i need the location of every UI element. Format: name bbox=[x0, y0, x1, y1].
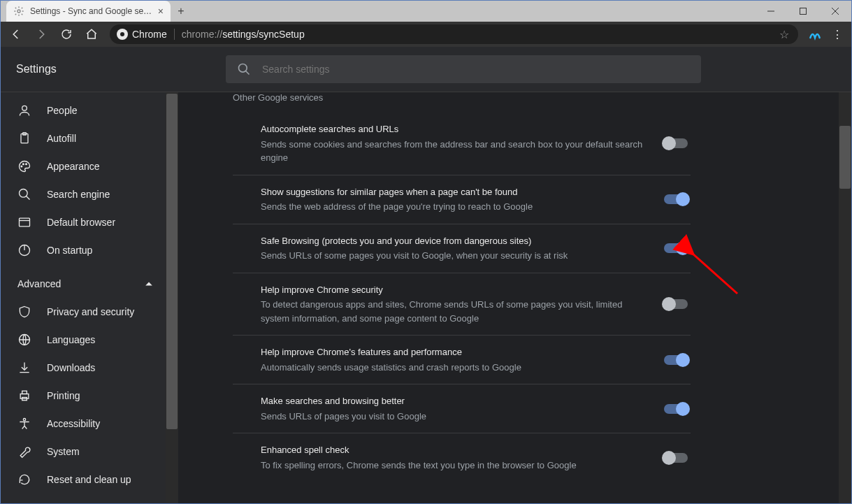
svg-point-0 bbox=[17, 10, 20, 13]
toggle-spell-check[interactable] bbox=[664, 453, 688, 463]
extension-icon[interactable] bbox=[805, 24, 825, 44]
svg-point-26 bbox=[23, 419, 25, 421]
toggle-make-searches-better[interactable] bbox=[664, 404, 688, 414]
power-icon bbox=[17, 243, 31, 257]
sidebar-item-appearance[interactable]: Appearance bbox=[1, 152, 166, 180]
settings-sidebar: People Autofill Appearance Search engine… bbox=[1, 92, 166, 503]
setting-row-spell-check: Enhanced spell check To fix spelling err… bbox=[233, 433, 691, 482]
url-text: chrome://settings/syncSetup bbox=[175, 29, 777, 40]
sidebar-section-advanced[interactable]: Advanced bbox=[1, 270, 166, 298]
row-title: Safe Browsing (protects you and your dev… bbox=[261, 234, 650, 248]
maximize-button[interactable] bbox=[787, 1, 819, 22]
sidebar-item-search-engine[interactable]: Search engine bbox=[1, 180, 166, 208]
toggle-improve-security[interactable] bbox=[664, 299, 688, 309]
sidebar-item-accessibility[interactable]: Accessibility bbox=[1, 410, 166, 438]
minimize-button[interactable] bbox=[755, 1, 787, 22]
close-icon[interactable]: × bbox=[158, 6, 164, 17]
section-title: Other Google services bbox=[233, 92, 691, 110]
chip-label: Chrome bbox=[132, 29, 167, 40]
svg-rect-24 bbox=[22, 391, 27, 394]
svg-point-5 bbox=[239, 64, 247, 73]
settings-main: Other Google services Autocomplete searc… bbox=[233, 92, 691, 482]
sidebar-item-label: System bbox=[47, 446, 80, 457]
setting-row-make-searches-better: Make searches and browsing better Sends … bbox=[233, 384, 691, 433]
sidebar-item-downloads[interactable]: Downloads bbox=[1, 354, 166, 382]
setting-row-safe-browsing: Safe Browsing (protects you and your dev… bbox=[233, 224, 691, 273]
reload-button[interactable] bbox=[55, 23, 78, 45]
annotation-arrow bbox=[681, 245, 744, 303]
sidebar-item-reset[interactable]: Reset and clean up bbox=[1, 466, 166, 494]
tab-title: Settings - Sync and Google servic bbox=[30, 6, 154, 16]
sidebar-item-label: Reset and clean up bbox=[47, 474, 131, 485]
sidebar-item-label: Downloads bbox=[47, 362, 95, 373]
palette-icon bbox=[17, 159, 31, 173]
search-icon bbox=[17, 187, 31, 201]
window-titlebar: Settings - Sync and Google servic × + bbox=[1, 1, 851, 22]
row-title: Help improve Chrome's features and perfo… bbox=[261, 345, 650, 359]
setting-row-improve-security: Help improve Chrome security To detect d… bbox=[233, 273, 691, 336]
svg-point-7 bbox=[22, 106, 27, 110]
sidebar-item-label: Default browser bbox=[47, 217, 115, 228]
svg-line-6 bbox=[246, 71, 250, 75]
restore-icon bbox=[17, 473, 31, 487]
row-subtitle: Sends some cookies and searches from the… bbox=[261, 138, 650, 165]
sidebar-item-languages[interactable]: Languages bbox=[1, 326, 166, 354]
chevron-up-icon bbox=[145, 280, 153, 288]
scrollbar-thumb[interactable] bbox=[839, 126, 851, 189]
row-subtitle: Automatically sends usage statistics and… bbox=[261, 361, 650, 375]
accessibility-icon bbox=[17, 417, 31, 431]
row-title: Show suggestions for similar pages when … bbox=[261, 185, 650, 199]
row-title: Enhanced spell check bbox=[261, 443, 650, 457]
browser-menu-button[interactable]: ⋮ bbox=[828, 24, 847, 44]
new-tab-button[interactable]: + bbox=[171, 1, 192, 22]
setting-row-suggestions: Show suggestions for similar pages when … bbox=[233, 175, 691, 224]
person-icon bbox=[17, 103, 31, 117]
row-subtitle: Sends URLs of some pages you visit to Go… bbox=[261, 249, 650, 263]
sidebar-item-printing[interactable]: Printing bbox=[1, 382, 166, 410]
toggle-safe-browsing[interactable] bbox=[664, 243, 688, 253]
svg-point-10 bbox=[21, 166, 22, 167]
sidebar-item-privacy[interactable]: Privacy and security bbox=[1, 298, 166, 326]
back-button[interactable] bbox=[5, 23, 27, 45]
sidebar-item-people[interactable]: People bbox=[1, 96, 166, 124]
toggle-suggestions[interactable] bbox=[664, 194, 688, 204]
main-scrollbar[interactable] bbox=[839, 92, 851, 503]
search-settings-box[interactable] bbox=[226, 55, 701, 83]
sidebar-item-default-browser[interactable]: Default browser bbox=[1, 208, 166, 236]
svg-point-12 bbox=[26, 164, 27, 165]
setting-row-improve-features: Help improve Chrome's features and perfo… bbox=[233, 336, 691, 384]
chrome-icon bbox=[117, 29, 128, 40]
row-title: Make searches and browsing better bbox=[261, 394, 650, 408]
printer-icon bbox=[17, 389, 31, 403]
site-chip: Chrome bbox=[117, 29, 175, 40]
wrench-icon bbox=[17, 445, 31, 459]
forward-button bbox=[30, 23, 52, 45]
scrollbar-thumb[interactable] bbox=[166, 94, 178, 429]
gear-icon bbox=[13, 6, 24, 17]
sidebar-item-label: Languages bbox=[47, 334, 95, 345]
svg-marker-19 bbox=[145, 282, 152, 286]
sidebar-scrollbar[interactable] bbox=[166, 92, 178, 503]
row-subtitle: To detect dangerous apps and sites, Chro… bbox=[261, 298, 650, 325]
bookmark-star-icon[interactable]: ☆ bbox=[777, 28, 791, 41]
download-icon bbox=[17, 361, 31, 375]
toggle-improve-features[interactable] bbox=[664, 355, 688, 365]
browser-tab[interactable]: Settings - Sync and Google servic × bbox=[6, 1, 171, 22]
sidebar-item-autofill[interactable]: Autofill bbox=[1, 124, 166, 152]
row-subtitle: Sends the web address of the page you're… bbox=[261, 200, 650, 214]
sidebar-item-label: Appearance bbox=[47, 161, 100, 172]
row-title: Help improve Chrome security bbox=[261, 283, 650, 297]
svg-line-28 bbox=[692, 253, 737, 294]
search-settings-input[interactable] bbox=[262, 64, 690, 75]
toggle-autocomplete[interactable] bbox=[664, 138, 688, 148]
advanced-label: Advanced bbox=[17, 278, 61, 289]
svg-point-11 bbox=[23, 164, 24, 165]
home-button[interactable] bbox=[80, 23, 103, 45]
close-window-button[interactable] bbox=[819, 1, 851, 22]
svg-line-14 bbox=[27, 196, 30, 200]
sidebar-item-on-startup[interactable]: On startup bbox=[1, 236, 166, 264]
address-bar[interactable]: Chrome chrome://settings/syncSetup ☆ bbox=[110, 24, 798, 44]
sidebar-item-label: On startup bbox=[47, 245, 92, 256]
svg-rect-2 bbox=[800, 8, 807, 15]
sidebar-item-system[interactable]: System bbox=[1, 438, 166, 466]
